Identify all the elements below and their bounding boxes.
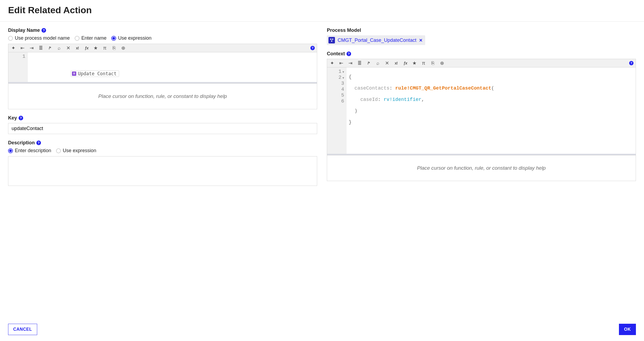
close-icon[interactable]: ✕: [419, 38, 423, 43]
editor-divider[interactable]: [327, 154, 636, 155]
shuffle-icon[interactable]: ✕: [384, 60, 390, 66]
radio-enter-description[interactable]: Enter description: [8, 148, 51, 154]
expression-body[interactable]: 1 ⊞ Update Contact: [8, 52, 317, 82]
context-expression-editor: ✦ ⇤ ⇥ ≣ /* ⌕ ✕ x! ƒx ★ π ⎘ ⊕ ?: [327, 59, 636, 155]
search-icon[interactable]: ⌕: [375, 60, 380, 66]
shuffle-icon[interactable]: ✕: [65, 45, 71, 51]
expression-hint: Place cursor on function, rule, or const…: [327, 155, 636, 181]
magic-wand-icon[interactable]: ✦: [329, 60, 335, 66]
comment-icon[interactable]: /*: [47, 45, 53, 51]
comment-icon[interactable]: /*: [366, 60, 371, 66]
description-label: Description: [8, 140, 35, 146]
export-icon[interactable]: ⎘: [430, 60, 435, 66]
display-name-label-row: Display Name ?: [8, 28, 317, 33]
radio-use-expression[interactable]: Use expression: [111, 35, 151, 41]
line-gutter: 1: [8, 52, 28, 82]
right-column: Process Model CMGT_Portal_Case_UpdateCon…: [327, 28, 636, 318]
help-icon[interactable]: ?: [629, 61, 633, 65]
search-icon[interactable]: ⌕: [56, 45, 62, 51]
x-exclaim-icon[interactable]: x!: [75, 45, 80, 51]
process-model-label: Process Model: [327, 28, 361, 33]
expression-code[interactable]: ⊞ Update Contact: [28, 52, 317, 82]
radio-label: Use expression: [63, 148, 96, 154]
help-icon[interactable]: ?: [347, 52, 351, 56]
fx-icon[interactable]: ƒx: [84, 45, 89, 51]
display-name-radio-group: Use process model name Enter name Use ex…: [8, 35, 317, 41]
internationalization-chip[interactable]: ⊞ Update Contact: [71, 70, 119, 77]
line-number: 1: [8, 53, 25, 59]
process-model-field: Process Model CMGT_Portal_Case_UpdateCon…: [327, 28, 636, 45]
radio-label: Use expression: [118, 35, 151, 41]
dialog-header: Edit Related Action: [0, 0, 644, 22]
key-label: Key: [8, 115, 17, 121]
list-icon[interactable]: ≣: [38, 45, 43, 51]
line-number: 1▼: [327, 69, 344, 74]
indent-icon[interactable]: ⇥: [29, 45, 34, 51]
radio-icon: [56, 148, 61, 153]
radio-label: Enter name: [81, 35, 106, 41]
key-label-row: Key ?: [8, 115, 317, 121]
star-icon[interactable]: ★: [93, 45, 98, 51]
description-input[interactable]: [8, 156, 317, 186]
radio-icon: [75, 36, 79, 41]
outdent-icon[interactable]: ⇤: [20, 45, 25, 51]
line-number: 5: [327, 92, 344, 98]
expression-code[interactable]: { caseContacts: rule!CMGT_QR_GetPortalCa…: [347, 67, 636, 154]
radio-icon: [111, 36, 116, 41]
dialog-body: Display Name ? Use process model name En…: [0, 22, 644, 318]
help-icon[interactable]: ?: [41, 28, 46, 33]
help-icon[interactable]: ?: [36, 141, 41, 145]
process-model-label-row: Process Model: [327, 28, 636, 33]
description-radio-group: Enter description Use expression: [8, 148, 317, 154]
line-gutter: 1▼ 2▼ 3 4 5 6: [327, 67, 347, 154]
radio-use-expression[interactable]: Use expression: [56, 148, 96, 154]
pi-icon[interactable]: π: [102, 45, 108, 51]
radio-enter-name[interactable]: Enter name: [75, 35, 106, 41]
left-column: Display Name ? Use process model name En…: [8, 28, 317, 318]
display-name-field: Display Name ? Use process model name En…: [8, 28, 317, 109]
expression-toolbar: ✦ ⇤ ⇥ ≣ /* ⌕ ✕ x! ƒx ★ π ⎘ ⊕ ?: [8, 44, 317, 52]
help-icon[interactable]: ?: [310, 46, 315, 50]
expression-body[interactable]: 1▼ 2▼ 3 4 5 6 { caseContacts: rule!CMGT_…: [327, 67, 636, 154]
context-field: Context ? ✦ ⇤ ⇥ ≣ /* ⌕ ✕ x! ƒx ★ π ⎘ ⊕: [327, 51, 636, 181]
editor-divider[interactable]: [8, 82, 317, 83]
process-model-name: CMGT_Portal_Case_UpdateContact: [338, 37, 416, 43]
export-icon[interactable]: ⎘: [111, 45, 117, 51]
context-label-row: Context ?: [327, 51, 636, 57]
fx-icon[interactable]: ƒx: [403, 60, 408, 66]
line-number: 6: [327, 98, 344, 104]
indent-icon[interactable]: ⇥: [348, 60, 353, 66]
expression-toolbar: ✦ ⇤ ⇥ ≣ /* ⌕ ✕ x! ƒx ★ π ⎘ ⊕ ?: [327, 59, 636, 67]
help-icon[interactable]: ?: [19, 116, 23, 120]
radio-label: Use process model name: [15, 35, 70, 41]
list-icon[interactable]: ≣: [357, 60, 362, 66]
line-number: 4: [327, 86, 344, 92]
magic-wand-icon[interactable]: ✦: [11, 45, 16, 51]
line-number: 2▼: [327, 74, 344, 80]
process-model-icon: [328, 37, 335, 43]
dialog-footer: CANCEL OK: [0, 318, 644, 341]
key-input[interactable]: [8, 123, 317, 134]
display-name-label: Display Name: [8, 28, 40, 33]
description-label-row: Description ?: [8, 140, 317, 146]
translation-icon: ⊞: [72, 71, 76, 76]
radio-use-process-model-name[interactable]: Use process model name: [8, 35, 70, 41]
expression-hint: Place cursor on function, rule, or const…: [8, 84, 317, 109]
globe-icon[interactable]: ⊕: [120, 45, 126, 51]
x-exclaim-icon[interactable]: x!: [393, 60, 399, 66]
line-number: 3: [327, 80, 344, 86]
process-model-chip[interactable]: CMGT_Portal_Case_UpdateContact ✕: [327, 35, 425, 45]
dialog-title: Edit Related Action: [8, 5, 636, 15]
context-label: Context: [327, 51, 345, 57]
display-name-expression-editor: ✦ ⇤ ⇥ ≣ /* ⌕ ✕ x! ƒx ★ π ⎘ ⊕ ?: [8, 44, 317, 84]
radio-icon: [8, 36, 13, 41]
star-icon[interactable]: ★: [412, 60, 417, 66]
radio-label: Enter description: [15, 148, 51, 154]
pi-icon[interactable]: π: [421, 60, 426, 66]
cancel-button[interactable]: CANCEL: [8, 324, 37, 335]
ok-button[interactable]: OK: [619, 324, 636, 335]
radio-icon: [8, 148, 13, 153]
globe-icon[interactable]: ⊕: [439, 60, 445, 66]
outdent-icon[interactable]: ⇤: [338, 60, 344, 66]
chip-text: Update Contact: [78, 71, 116, 77]
